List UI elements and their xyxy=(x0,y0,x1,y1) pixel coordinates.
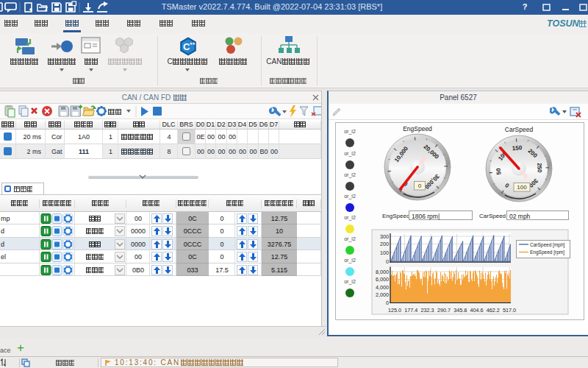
svg-text:250: 250 xyxy=(536,163,542,173)
svg-text:0: 0 xyxy=(418,183,422,189)
svg-text:50: 50 xyxy=(495,167,502,175)
svg-text:125.0: 125.0 xyxy=(388,307,401,314)
svg-text:517.0: 517.0 xyxy=(503,307,516,314)
svg-text:232.3: 232.3 xyxy=(421,307,434,314)
svg-text:462.2: 462.2 xyxy=(487,307,500,314)
svg-text:100: 100 xyxy=(380,250,389,256)
svg-text:345.8: 345.8 xyxy=(453,307,467,314)
svg-text:290.7: 290.7 xyxy=(437,307,451,314)
svg-text:150: 150 xyxy=(512,144,523,152)
svg-text:EngSpeed [rpm]: EngSpeed [rpm] xyxy=(530,250,564,255)
svg-text:177.4: 177.4 xyxy=(404,307,417,314)
svg-text:4,000: 4,000 xyxy=(376,284,389,291)
svg-text:100: 100 xyxy=(517,184,527,191)
svg-text:0: 0 xyxy=(386,258,389,265)
svg-text:6,000: 6,000 xyxy=(376,276,389,283)
svg-text:200: 200 xyxy=(380,241,389,247)
svg-text:2,000: 2,000 xyxy=(376,291,389,298)
svg-text:CarSpeed [mph]: CarSpeed [mph] xyxy=(530,242,565,248)
svg-text:++: ++ xyxy=(190,41,196,46)
svg-text:0: 0 xyxy=(386,300,389,306)
svg-text:8,000: 8,000 xyxy=(376,269,389,275)
svg-text:404.6: 404.6 xyxy=(470,307,484,314)
svg-text:300: 300 xyxy=(380,233,389,240)
